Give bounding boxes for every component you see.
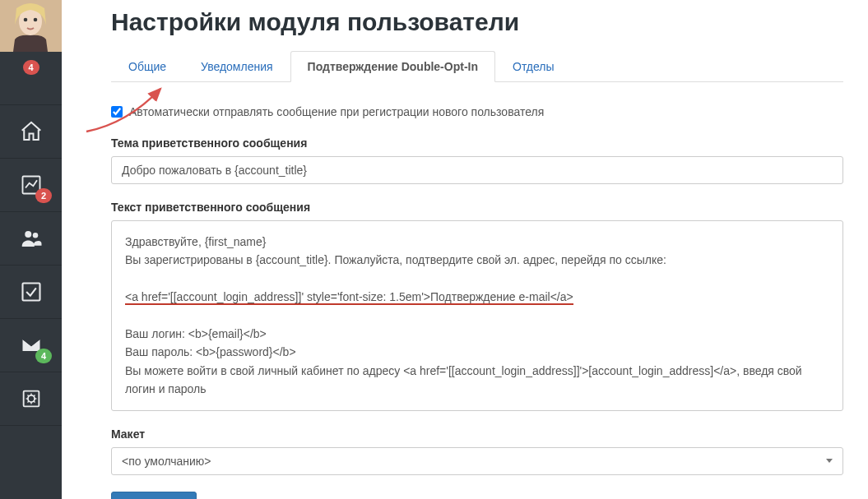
- chevron-down-icon: [826, 459, 833, 463]
- svg-line-16: [33, 395, 35, 396]
- svg-point-6: [32, 233, 38, 238]
- svg-line-15: [33, 401, 35, 403]
- auto-send-label: Автоматически отправлять сообщение при р…: [129, 105, 544, 118]
- notification-badge: 4: [23, 60, 39, 75]
- layout-select[interactable]: <по умолчанию>: [111, 447, 843, 475]
- svg-rect-8: [23, 391, 39, 407]
- tab-general[interactable]: Общие: [111, 51, 183, 82]
- avatar[interactable]: [0, 0, 62, 52]
- sidebar-item-users[interactable]: [0, 212, 62, 266]
- auto-send-checkbox[interactable]: [111, 106, 123, 118]
- save-button[interactable]: Сохранить: [111, 492, 197, 499]
- svg-point-9: [27, 395, 34, 402]
- svg-line-14: [27, 395, 29, 396]
- sidebar-item-home[interactable]: [0, 105, 62, 159]
- svg-line-17: [27, 401, 29, 403]
- safe-icon: [18, 386, 44, 412]
- users-icon: [18, 225, 44, 252]
- subject-input[interactable]: [111, 156, 843, 184]
- tab-notifications[interactable]: Уведомления: [183, 51, 290, 82]
- layout-select-value: <по умолчанию>: [122, 455, 211, 468]
- home-icon: [18, 118, 44, 145]
- main-content: Настройки модуля пользователи Общие Увед…: [62, 0, 868, 499]
- subject-label: Тема приветственного сообщения: [111, 136, 843, 150]
- sidebar-item-settings[interactable]: [0, 372, 62, 426]
- checkbox-icon: [18, 279, 44, 305]
- body-textarea[interactable]: Здравствуйте, {first_name} Вы зарегистри…: [111, 220, 843, 411]
- svg-rect-7: [22, 284, 39, 301]
- sidebar-item-notifications[interactable]: 4: [0, 52, 62, 105]
- sidebar-item-reports[interactable]: 2: [0, 159, 62, 212]
- reports-badge: 2: [35, 188, 52, 203]
- tab-double-opt-in[interactable]: Подтверждение Double-Opt-In: [290, 51, 495, 82]
- layout-label: Макет: [111, 427, 843, 441]
- svg-point-2: [24, 18, 28, 22]
- svg-point-5: [25, 231, 31, 238]
- mail-badge: 4: [35, 349, 52, 363]
- sidebar-item-tasks[interactable]: [0, 266, 62, 319]
- page-title: Настройки модуля пользователи: [111, 8, 843, 36]
- svg-point-3: [34, 18, 38, 22]
- body-label: Текст приветственного сообщения: [111, 201, 843, 214]
- sidebar: 4 2 4: [0, 0, 62, 499]
- tab-departments[interactable]: Отделы: [495, 51, 572, 82]
- tabs: Общие Уведомления Подтверждение Double-O…: [111, 51, 843, 82]
- sidebar-item-mail[interactable]: 4: [0, 319, 62, 372]
